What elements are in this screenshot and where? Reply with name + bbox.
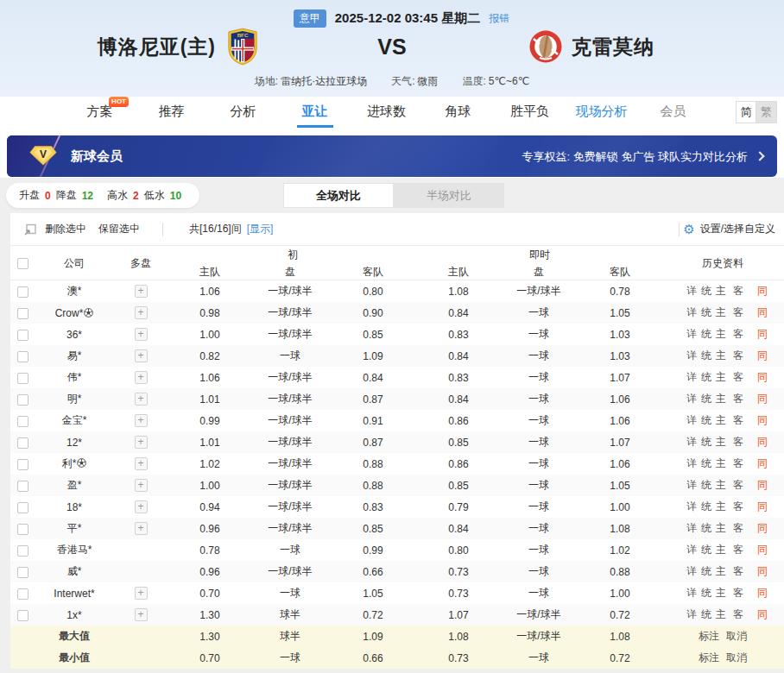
history-away-link[interactable]: 客 [733, 607, 743, 622]
history-stats-link[interactable]: 统 [701, 284, 711, 299]
history-away-link[interactable]: 客 [733, 349, 743, 363]
row-checkbox[interactable] [17, 416, 28, 427]
history-same-link[interactable]: 同 [757, 392, 768, 406]
customize-settings-button[interactable]: ⚙ 设置/选择自定义 [683, 222, 775, 236]
row-checkbox[interactable] [17, 481, 28, 492]
history-stats-link[interactable]: 统 [701, 370, 711, 385]
tab-tuijian[interactable]: 推荐 [136, 97, 207, 128]
history-detail-link[interactable]: 详 [686, 521, 697, 536]
bookmaker-name[interactable]: 12* [35, 437, 114, 449]
bookmaker-name[interactable]: 伟* [35, 370, 114, 385]
history-away-link[interactable]: 客 [733, 521, 743, 536]
history-detail-link[interactable]: 详 [686, 500, 697, 514]
history-home-link[interactable]: 主 [716, 327, 726, 342]
history-away-link[interactable]: 客 [733, 370, 743, 385]
history-detail-link[interactable]: 详 [686, 586, 697, 601]
cancel-link[interactable]: 取消 [726, 629, 747, 644]
history-detail-link[interactable]: 详 [686, 284, 697, 299]
history-detail-link[interactable]: 详 [686, 456, 697, 471]
history-same-link[interactable]: 同 [757, 607, 768, 622]
delete-selected-button[interactable]: 删除选中 [45, 222, 86, 236]
bookmaker-name[interactable]: Interwet* [35, 588, 114, 600]
history-away-link[interactable]: 客 [733, 586, 743, 601]
lang-traditional-button[interactable]: 繁 [756, 101, 777, 123]
tab-jiaoqiu[interactable]: 角球 [422, 97, 494, 128]
select-all-checkbox[interactable] [17, 258, 28, 269]
multi-odds-expand-button[interactable]: + [135, 306, 148, 319]
multi-odds-expand-button[interactable]: + [135, 522, 148, 535]
multi-odds-expand-button[interactable]: + [135, 371, 148, 384]
history-same-link[interactable]: 同 [757, 435, 768, 450]
history-stats-link[interactable]: 统 [701, 543, 711, 557]
tab-fangan[interactable]: 方案HOT [64, 97, 136, 128]
multi-odds-expand-button[interactable]: + [135, 349, 148, 362]
row-checkbox[interactable] [17, 394, 28, 406]
history-home-link[interactable]: 主 [716, 349, 726, 363]
history-home-link[interactable]: 主 [716, 543, 726, 557]
history-home-link[interactable]: 主 [716, 500, 726, 514]
history-detail-link[interactable]: 详 [686, 349, 697, 363]
keep-selected-button[interactable]: 保留选中 [98, 222, 140, 236]
vip-banner[interactable]: V 新球会员 专享权益: 免费解锁 免广告 球队实力对比分析 [7, 135, 777, 177]
row-checkbox[interactable] [17, 610, 28, 621]
tab-shengpingfu[interactable]: 胜平负 [494, 97, 566, 128]
bookmaker-name[interactable]: Crow* [35, 307, 114, 319]
row-checkbox[interactable] [17, 286, 28, 298]
tab-xianchangfenxi[interactable]: 现场分析 [566, 97, 637, 128]
history-home-link[interactable]: 主 [716, 607, 726, 622]
history-same-link[interactable]: 同 [757, 478, 768, 493]
history-away-link[interactable]: 客 [733, 305, 743, 320]
history-away-link[interactable]: 客 [733, 500, 743, 514]
history-stats-link[interactable]: 统 [701, 305, 711, 320]
bookmaker-name[interactable]: 1x* [35, 609, 114, 621]
report-error-link[interactable]: 报错 [489, 11, 509, 26]
tab-fenxi[interactable]: 分析 [207, 97, 279, 128]
row-checkbox[interactable] [17, 373, 28, 384]
row-checkbox[interactable] [17, 545, 28, 557]
half-match-tab[interactable]: 半场对比 [394, 183, 504, 208]
bookmaker-name[interactable]: 平* [35, 521, 114, 536]
bookmaker-name[interactable]: 36* [35, 329, 114, 341]
history-same-link[interactable]: 同 [757, 413, 768, 428]
history-detail-link[interactable]: 详 [686, 392, 697, 406]
history-stats-link[interactable]: 统 [701, 564, 711, 579]
mark-link[interactable]: 标注 [699, 629, 719, 644]
history-away-link[interactable]: 客 [733, 327, 743, 342]
history-away-link[interactable]: 客 [733, 456, 743, 471]
row-checkbox[interactable] [17, 308, 28, 319]
row-checkbox[interactable] [17, 351, 28, 362]
history-same-link[interactable]: 同 [757, 500, 768, 514]
history-home-link[interactable]: 主 [716, 284, 726, 299]
bookmaker-name[interactable]: 18* [35, 501, 114, 513]
history-away-link[interactable]: 客 [733, 435, 743, 450]
history-stats-link[interactable]: 统 [701, 607, 711, 622]
history-same-link[interactable]: 同 [757, 456, 768, 471]
history-away-link[interactable]: 客 [733, 413, 743, 428]
history-stats-link[interactable]: 统 [701, 500, 711, 514]
history-home-link[interactable]: 主 [716, 586, 726, 601]
history-detail-link[interactable]: 详 [686, 607, 697, 622]
history-away-link[interactable]: 客 [733, 392, 743, 406]
history-away-link[interactable]: 客 [733, 543, 743, 557]
history-stats-link[interactable]: 统 [701, 349, 711, 363]
history-same-link[interactable]: 同 [757, 370, 768, 385]
mark-link[interactable]: 标注 [699, 651, 719, 665]
row-checkbox[interactable] [17, 567, 28, 578]
history-home-link[interactable]: 主 [716, 456, 726, 471]
history-away-link[interactable]: 客 [733, 478, 743, 493]
history-detail-link[interactable]: 详 [686, 543, 697, 557]
row-checkbox[interactable] [17, 459, 28, 470]
history-home-link[interactable]: 主 [716, 564, 726, 579]
tab-yarang[interactable]: 亚让 [279, 97, 351, 128]
bookmaker-name[interactable]: 威* [35, 564, 114, 579]
bookmaker-name[interactable]: 金宝* [35, 413, 114, 428]
show-link[interactable]: [显示] [247, 222, 274, 236]
multi-odds-expand-button[interactable]: + [135, 587, 148, 600]
history-home-link[interactable]: 主 [716, 521, 726, 536]
row-checkbox[interactable] [17, 524, 28, 535]
history-stats-link[interactable]: 统 [701, 586, 711, 601]
history-home-link[interactable]: 主 [716, 392, 726, 406]
history-detail-link[interactable]: 详 [686, 327, 697, 342]
bookmaker-name[interactable]: 易* [35, 349, 114, 363]
history-same-link[interactable]: 同 [757, 327, 768, 342]
